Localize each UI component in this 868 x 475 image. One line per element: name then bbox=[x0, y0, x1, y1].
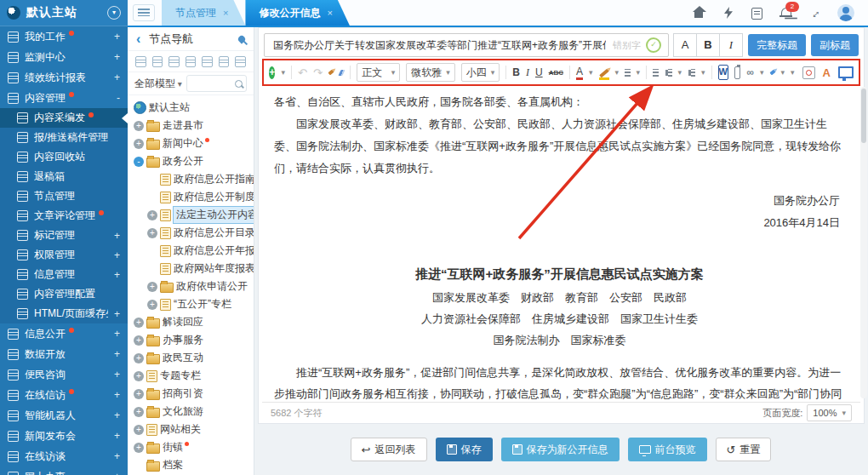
font-size-select[interactable]: 小四 bbox=[461, 63, 500, 82]
sidebar-item-monitor-center[interactable]: 监测中心 bbox=[0, 47, 128, 67]
back-to-list-button[interactable]: 返回列表 bbox=[351, 438, 427, 461]
sidebar-item-info-disclosure[interactable]: 信息公开 bbox=[0, 323, 128, 344]
tree-item[interactable]: 专题专栏 bbox=[129, 367, 252, 385]
tree-item-selected[interactable]: 法定主动公开内容 bbox=[129, 206, 252, 224]
sidebar-item-performance-report[interactable]: 绩效统计报表 bbox=[0, 67, 128, 88]
tree-search-input[interactable] bbox=[186, 75, 247, 92]
sidebar-item-info-management[interactable]: 信息管理 bbox=[0, 265, 128, 284]
bold-button[interactable]: B bbox=[696, 33, 720, 57]
sidebar-item-html-cache[interactable]: HTML/页面缓存生成 bbox=[0, 304, 128, 323]
fullscreen-icon[interactable] bbox=[838, 66, 854, 78]
tree-item[interactable]: 招商引资 bbox=[129, 385, 252, 403]
home-icon[interactable] bbox=[219, 56, 230, 67]
paste-icon[interactable] bbox=[734, 66, 740, 79]
scrollbar[interactable] bbox=[860, 87, 867, 398]
sidebar-item-open-data[interactable]: 数据开放 bbox=[0, 344, 128, 364]
font-family-select[interactable]: 微软雅 bbox=[406, 63, 455, 82]
italic-button[interactable]: I bbox=[719, 33, 743, 57]
sidebar-item-node-management[interactable]: 节点管理 bbox=[0, 186, 128, 206]
expand-toggle-icon[interactable] bbox=[134, 335, 144, 346]
more-icon[interactable] bbox=[791, 68, 795, 77]
collapse-toggle-icon[interactable] bbox=[134, 157, 144, 167]
expand-all-icon[interactable] bbox=[152, 56, 163, 67]
sidebar-item-content-config[interactable]: 内容管理配置 bbox=[0, 284, 128, 304]
expand-toggle-icon[interactable] bbox=[134, 353, 144, 363]
reset-button[interactable]: 重置 bbox=[716, 438, 772, 461]
sidebar-item-online-interview[interactable]: 在线访谈 bbox=[0, 446, 128, 466]
tree-item[interactable]: 政府网站年度报表 bbox=[129, 260, 252, 278]
link-icon[interactable] bbox=[135, 56, 146, 67]
panel-icon[interactable] bbox=[235, 56, 246, 67]
back-chevron-icon[interactable] bbox=[136, 31, 140, 47]
expand-toggle-icon[interactable] bbox=[134, 371, 144, 381]
tree-item[interactable]: 办事服务 bbox=[129, 331, 252, 349]
bold-icon[interactable]: B bbox=[512, 66, 520, 78]
tree-item[interactable]: 文化旅游 bbox=[129, 403, 252, 421]
font-color-icon[interactable]: A bbox=[576, 66, 583, 79]
indent-icon[interactable] bbox=[653, 69, 658, 77]
align-icon[interactable] bbox=[625, 69, 630, 77]
expand-toggle-icon[interactable] bbox=[134, 389, 144, 399]
sidebar-item-rejected-box[interactable]: 退稿箱 bbox=[0, 167, 128, 186]
font-icon[interactable]: A bbox=[823, 66, 831, 79]
article-title-input[interactable] bbox=[271, 38, 608, 52]
sidebar-item-recycle-bin[interactable]: 内容回收站 bbox=[0, 147, 128, 167]
font-style-a-button[interactable]: A bbox=[673, 33, 697, 57]
sidebar-item-press-conference[interactable]: 新闻发布会 bbox=[0, 426, 128, 446]
site-icon[interactable] bbox=[186, 56, 197, 67]
document-content[interactable]: 各省、自治区、直辖市人民政府，国务院各部委、各直属机构： 国家发展改革委、财政部… bbox=[262, 86, 860, 403]
format-painter-icon[interactable] bbox=[328, 70, 334, 76]
tree-item[interactable]: 政府信息公开年报 bbox=[129, 242, 252, 260]
ordered-list-icon[interactable] bbox=[668, 69, 672, 77]
sidebar-item-tag-management[interactable]: 标记管理 bbox=[0, 226, 128, 245]
subtitle-button[interactable]: 副标题 bbox=[811, 34, 859, 56]
highlight-icon[interactable] bbox=[599, 66, 609, 79]
sidebar-item-content-management[interactable]: 内容管理 bbox=[0, 88, 128, 108]
find-icon[interactable] bbox=[802, 66, 815, 79]
save-as-new-button[interactable]: 保存为新公开信息 bbox=[501, 438, 620, 461]
tree-item[interactable]: “五公开”专栏 bbox=[129, 295, 252, 313]
add-icon[interactable] bbox=[269, 66, 275, 79]
sidebar-item-push-manuscript[interactable]: 报/推送稿件管理 bbox=[0, 128, 128, 147]
eraser-icon[interactable] bbox=[338, 70, 345, 76]
expand-toggle-icon[interactable] bbox=[147, 300, 157, 310]
page-width-select[interactable]: 100% bbox=[807, 404, 852, 421]
chevron-down-circle-icon[interactable] bbox=[107, 6, 121, 20]
tree-item[interactable]: 政府信息公开制度 bbox=[129, 188, 252, 206]
unordered-list-icon[interactable] bbox=[691, 69, 695, 77]
sidebar-item-consultation[interactable]: 便民咨询 bbox=[0, 364, 128, 385]
strikethrough-icon[interactable]: ABC bbox=[549, 69, 563, 77]
news-icon[interactable] bbox=[751, 6, 764, 20]
preview-button[interactable]: 前台预览 bbox=[628, 438, 707, 461]
collapse-all-icon[interactable] bbox=[168, 56, 180, 67]
sidebar-item-online-petition[interactable]: 在线信访 bbox=[0, 385, 128, 405]
fullscreen-icon[interactable] bbox=[808, 6, 822, 20]
expand-toggle-icon[interactable] bbox=[134, 121, 144, 131]
tree-item[interactable]: 走进县市 bbox=[129, 117, 252, 134]
link-icon[interactable] bbox=[746, 66, 754, 78]
model-filter-dropdown[interactable]: 全部模型 bbox=[134, 77, 182, 91]
home-icon[interactable] bbox=[693, 6, 706, 20]
tree-item[interactable]: 政务公开 bbox=[129, 152, 252, 170]
scrollbar-thumb[interactable] bbox=[861, 89, 866, 143]
tree-item[interactable]: 默认主站 bbox=[129, 99, 252, 117]
expand-toggle-icon[interactable] bbox=[147, 282, 157, 292]
bell-icon[interactable]: 2 bbox=[779, 6, 793, 20]
sidebar-item-my-work[interactable]: 我的工作 bbox=[0, 26, 128, 47]
copy-icon[interactable] bbox=[202, 56, 213, 67]
menu-toggle-icon[interactable] bbox=[133, 4, 155, 21]
italic-icon[interactable]: I bbox=[526, 66, 529, 79]
sidebar-item-permission-management[interactable]: 权限管理 bbox=[0, 245, 128, 265]
word-import-icon[interactable]: W bbox=[718, 65, 728, 80]
tree-item[interactable]: 网站相关 bbox=[129, 421, 252, 438]
tree-item[interactable]: 政府依申请公开 bbox=[129, 278, 252, 295]
tree-item[interactable]: 档案 bbox=[129, 456, 252, 474]
save-button[interactable]: 保存 bbox=[436, 438, 493, 461]
expand-toggle-icon[interactable] bbox=[134, 318, 144, 328]
tree-item[interactable]: 解读回应 bbox=[129, 313, 252, 331]
paragraph-format-select[interactable]: 正文 bbox=[357, 63, 400, 82]
underline-icon[interactable]: U bbox=[535, 66, 543, 78]
tab-modify-public-info[interactable]: 修改公开信息 bbox=[245, 0, 349, 26]
expand-toggle-icon[interactable] bbox=[134, 407, 144, 417]
chevron-down-icon[interactable] bbox=[281, 68, 285, 77]
